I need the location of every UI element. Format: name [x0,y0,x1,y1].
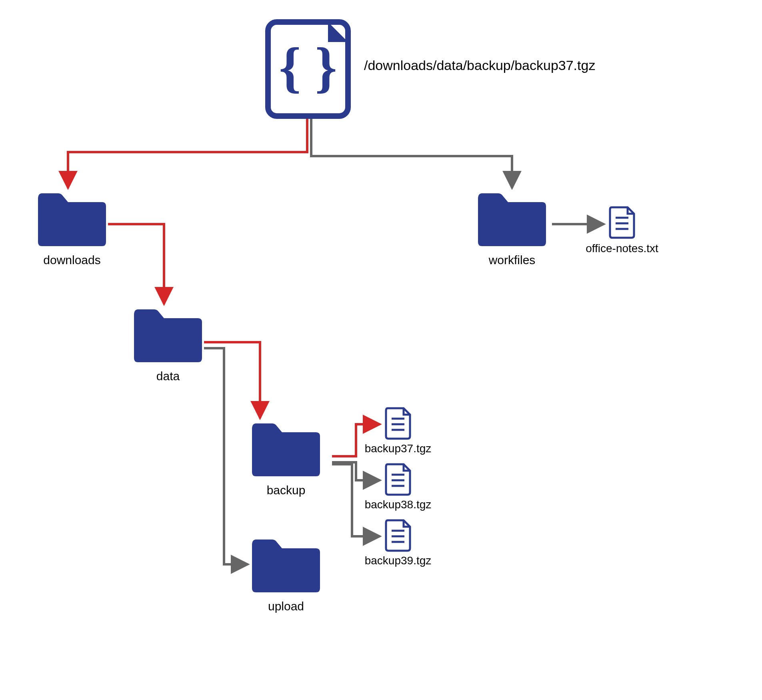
edge-root-downloads [68,116,307,188]
label-backup38: backup38.tgz [365,498,432,511]
folder-upload [252,540,320,592]
file-backup37 [386,408,410,439]
label-office-notes: office-notes.txt [586,242,658,255]
edge-downloads-data [108,224,164,304]
label-downloads: downloads [43,253,100,267]
file-backup39 [386,520,410,551]
folder-data [134,309,202,362]
label-backup: backup [267,483,306,497]
label-backup37: backup37.tgz [365,442,432,455]
label-data: data [156,369,180,383]
root-path-label: /downloads/data/backup/backup37.tgz [364,58,595,73]
edge-data-backup [204,342,260,418]
label-upload: upload [268,600,304,613]
folder-workfiles [478,193,546,246]
edge-data-upload [204,348,248,564]
folder-backup [252,423,320,476]
label-workfiles: workfiles [488,253,536,267]
folder-downloads [38,193,106,246]
edge-root-workfiles [311,116,512,188]
file-office-notes [610,207,634,238]
file-backup38 [386,464,410,495]
root-file-icon: { } [268,22,348,116]
label-backup39: backup39.tgz [365,554,432,567]
filesystem-diagram: { } /downloads/data/backup/backup37.tgz … [0,0,762,700]
svg-text:{ }: { } [279,36,337,98]
